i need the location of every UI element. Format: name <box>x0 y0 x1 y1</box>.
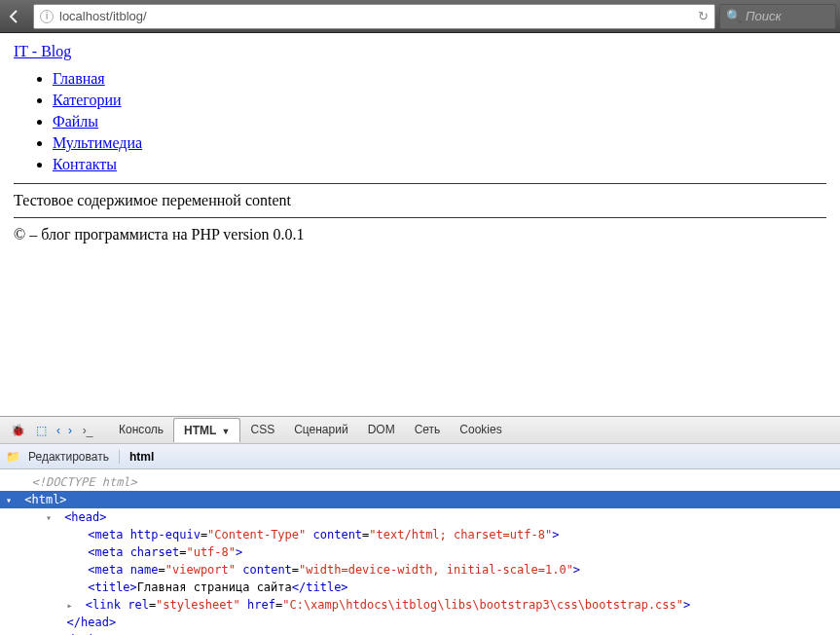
divider <box>14 183 826 184</box>
nav-link[interactable]: Файлы <box>53 113 98 130</box>
browser-search[interactable]: 🔍 Поиск <box>719 4 836 29</box>
nav-item: Главная <box>53 70 826 88</box>
nav-item: Контакты <box>53 156 826 173</box>
search-icon: 🔍 <box>726 9 742 23</box>
tab-net[interactable]: Сеть <box>405 418 451 442</box>
code-line-selected: ▾ <html> <box>0 491 840 508</box>
dev-forward-icon[interactable]: › <box>68 424 72 437</box>
folder-icon[interactable]: 📁 <box>6 450 20 464</box>
inspect-icon[interactable]: ⬚ <box>31 424 51 437</box>
devtools-toolbar: 🐞 ⬚ ‹ › ›_ Консоль HTML ▼ CSS Сценарий D… <box>0 417 840 444</box>
url-text: localhost/itblog/ <box>59 9 147 23</box>
console-icon[interactable]: ›_ <box>78 424 97 437</box>
nav-link[interactable]: Категории <box>53 92 122 108</box>
nav-link[interactable]: Мультимедиа <box>53 134 142 151</box>
tab-html-label: HTML <box>184 424 216 437</box>
tab-html[interactable]: HTML ▼ <box>173 418 240 442</box>
nav-list: Главная Категории Файлы Мультимедиа Конт… <box>14 70 826 173</box>
devtools-panel: 🐞 ⬚ ‹ › ›_ Консоль HTML ▼ CSS Сценарий D… <box>0 416 840 635</box>
nav-item: Мультимедиа <box>53 134 826 152</box>
toggle-icon[interactable]: ▾ <box>6 493 18 507</box>
code-line: <meta charset="utf-8"> <box>0 543 840 561</box>
code-line: <meta http-equiv="Content-Type" content=… <box>0 526 840 543</box>
back-button[interactable] <box>0 4 29 29</box>
tab-dom[interactable]: DOM <box>358 418 405 442</box>
nav-link[interactable]: Главная <box>53 70 105 87</box>
toggle-icon[interactable] <box>6 510 18 525</box>
code-line: ▸ <link rel="stylesheet" href="C:\xamp\h… <box>0 596 840 614</box>
devtools-subbar: 📁 Редактировать html <box>0 444 840 469</box>
toggle-icon[interactable]: ▾ <box>46 510 57 525</box>
search-placeholder: Поиск <box>746 9 782 23</box>
divider <box>14 217 826 218</box>
dev-back-icon[interactable]: ‹ <box>56 424 60 437</box>
code-line: <meta name="viewport" content="width=dev… <box>0 561 840 579</box>
footer-text: © – блог программиста на PHP version 0.0… <box>14 226 826 243</box>
browser-toolbar: i localhost/itblog/ ↻ 🔍 Поиск <box>0 0 840 33</box>
code-line: ▾ <head> <box>0 508 840 526</box>
tab-cookies[interactable]: Cookies <box>450 418 511 442</box>
chevron-down-icon: ▼ <box>222 427 231 436</box>
breadcrumb[interactable]: html <box>129 450 154 464</box>
arrow-left-icon <box>6 8 23 25</box>
code-line: <!DOCTYPE html> <box>0 473 840 491</box>
edit-button[interactable]: Редактировать <box>28 450 120 464</box>
tab-script[interactable]: Сценарий <box>284 418 357 442</box>
nav-link[interactable]: Контакты <box>53 156 117 172</box>
code-line: ▸ <body> <box>0 631 840 635</box>
devtools-tabs: Консоль HTML ▼ CSS Сценарий DOM Сеть Coo… <box>109 418 512 442</box>
code-line: <title>Главная страница сайта</title> <box>0 579 840 596</box>
site-title-link[interactable]: IT - Blog <box>14 43 71 59</box>
firebug-icon[interactable]: 🐞 <box>8 424 27 437</box>
toggle-icon[interactable]: ▸ <box>67 598 79 613</box>
content-text: Тестовое содержимое переменной content <box>14 192 826 209</box>
address-bar[interactable]: i localhost/itblog/ ↻ <box>33 4 715 29</box>
page-content: IT - Blog Главная Категории Файлы Мульти… <box>0 33 840 261</box>
code-pane[interactable]: <!DOCTYPE html> ▾ <html> ▾ <head> <meta … <box>0 469 840 635</box>
nav-item: Файлы <box>53 113 826 131</box>
tab-css[interactable]: CSS <box>240 418 284 442</box>
nav-item: Категории <box>53 92 826 109</box>
site-info-icon: i <box>40 10 54 23</box>
code-line: </head> <box>0 614 840 631</box>
tab-console[interactable]: Консоль <box>109 418 173 442</box>
reload-button[interactable]: ↻ <box>698 9 709 23</box>
toggle-icon[interactable] <box>6 475 18 490</box>
